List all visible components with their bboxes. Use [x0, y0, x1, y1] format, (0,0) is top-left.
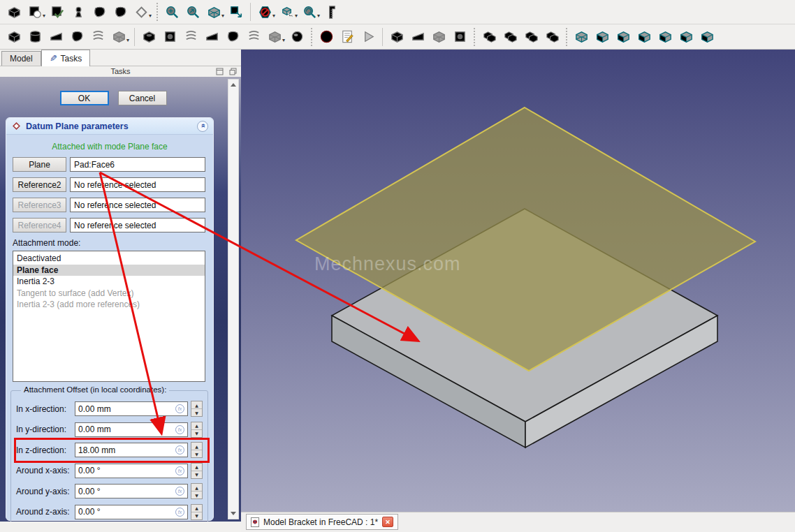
float-icon[interactable]: [229, 68, 237, 75]
chamfer-icon[interactable]: [407, 27, 428, 47]
macro-record-icon[interactable]: [316, 27, 337, 47]
spin-down-icon[interactable]: ▼: [191, 430, 202, 437]
measure-icon[interactable]: [321, 1, 342, 22]
reference4-field[interactable]: No reference selected: [70, 218, 205, 232]
reference2-field[interactable]: No reference selected: [70, 177, 205, 192]
offset-x-spinner[interactable]: ▲▼: [191, 401, 203, 417]
rotation-y-input[interactable]: 0.00 °fx: [75, 484, 188, 498]
isometric-view-icon-dropdown[interactable]: ▾: [221, 13, 224, 19]
offset-z-input[interactable]: 18.00 mmfx: [75, 443, 188, 457]
subtractive-helix-icon[interactable]: [243, 27, 264, 47]
spin-down-icon[interactable]: ▼: [191, 409, 202, 416]
shape-face-icon[interactable]: [89, 1, 110, 22]
plane-reference-button[interactable]: Plane: [13, 157, 66, 172]
spin-up-icon[interactable]: ▲: [191, 484, 202, 492]
boolean-union-icon[interactable]: [479, 27, 499, 47]
spin-up-icon[interactable]: ▲: [191, 443, 202, 450]
expression-icon[interactable]: fx: [175, 508, 184, 517]
validate-sketch-icon[interactable]: [47, 1, 68, 22]
groove-icon[interactable]: [180, 27, 201, 47]
spin-down-icon[interactable]: ▼: [191, 512, 202, 519]
additive-pipe-icon[interactable]: [66, 27, 87, 47]
pocket-icon[interactable]: [138, 27, 159, 47]
close-icon[interactable]: ✕: [382, 517, 393, 527]
front-view-icon[interactable]: [592, 27, 613, 47]
box-selection-icon[interactable]: [226, 1, 247, 22]
select-element-icon-dropdown[interactable]: ▾: [295, 13, 298, 19]
spin-down-icon[interactable]: ▼: [191, 450, 202, 457]
clipping-plane-icon-dropdown[interactable]: ▾: [272, 13, 275, 19]
primitive-sphere-icon[interactable]: [286, 27, 307, 47]
rotation-z-spinner[interactable]: ▲▼: [191, 504, 203, 520]
spin-down-icon[interactable]: ▼: [191, 471, 202, 478]
top-view-icon[interactable]: [613, 27, 634, 47]
reference2-button[interactable]: Reference2: [13, 177, 66, 192]
datum-point-icon[interactable]: [68, 1, 89, 22]
dock-icon[interactable]: [216, 68, 224, 75]
offset-y-input[interactable]: 0.00 mmfx: [75, 422, 188, 437]
offset-x-input[interactable]: 0.00 mmfx: [75, 401, 188, 416]
subtractive-pipe-icon[interactable]: [222, 27, 243, 47]
right-view-icon[interactable]: [634, 27, 655, 47]
boolean-common-icon[interactable]: [520, 27, 541, 47]
mode-item-plane-face[interactable]: Plane face: [13, 265, 205, 276]
additive-helix-icon[interactable]: [87, 27, 108, 47]
expression-icon[interactable]: fx: [175, 404, 184, 413]
ok-button[interactable]: OK: [60, 91, 109, 105]
reference3-field[interactable]: No reference selected: [70, 198, 205, 212]
mode-item-inertia-2-3[interactable]: Inertia 2-3: [13, 276, 205, 288]
fillet-icon[interactable]: [386, 27, 407, 47]
document-tab[interactable]: Model Bracket in FreeCAD : 1* ✕: [246, 514, 398, 530]
rear-view-icon[interactable]: [655, 27, 676, 47]
tab-model[interactable]: Model: [1, 51, 41, 66]
pad-icon[interactable]: [3, 27, 24, 47]
mode-item-deactivated[interactable]: Deactivated: [13, 253, 205, 265]
additive-primitive-icon-dropdown[interactable]: ▾: [126, 37, 129, 43]
boolean-compound-icon[interactable]: [541, 27, 562, 47]
part-solid-icon[interactable]: [3, 1, 24, 22]
boolean-cut-icon[interactable]: [499, 27, 520, 47]
panel-scrollbar[interactable]: [228, 79, 239, 519]
zoom-selection-icon[interactable]: [182, 1, 203, 22]
thickness-icon[interactable]: [449, 27, 470, 47]
expression-icon[interactable]: fx: [175, 466, 184, 475]
draft-icon[interactable]: [428, 27, 449, 47]
3d-viewport[interactable]: Mechnexus.com: [241, 50, 795, 512]
spin-up-icon[interactable]: ▲: [191, 401, 202, 409]
plane-reference-field[interactable]: Pad:Face6: [70, 157, 205, 172]
spin-up-icon[interactable]: ▲: [191, 422, 202, 430]
spin-up-icon[interactable]: ▲: [191, 505, 202, 512]
spin-up-icon[interactable]: ▲: [191, 464, 202, 471]
rotation-x-spinner[interactable]: ▲▼: [191, 463, 203, 479]
tab-tasks[interactable]: ✎ Tasks: [41, 50, 91, 66]
offset-y-spinner[interactable]: ▲▼: [191, 422, 203, 438]
datum-plane-icon-dropdown[interactable]: ▾: [149, 13, 152, 19]
scroll-up-button[interactable]: [228, 80, 238, 90]
left-view-icon[interactable]: [696, 27, 717, 47]
bottom-view-icon[interactable]: [676, 27, 696, 47]
subtractive-loft-icon[interactable]: [201, 27, 222, 47]
scroll-down-button[interactable]: [228, 508, 238, 519]
cancel-button[interactable]: Cancel: [118, 91, 167, 105]
additive-loft-icon[interactable]: [45, 27, 66, 47]
offset-z-spinner[interactable]: ▲▼: [191, 442, 203, 458]
axonometric-view-icon[interactable]: [571, 27, 592, 47]
expression-icon[interactable]: fx: [175, 445, 184, 455]
collapse-button[interactable]: »: [197, 121, 208, 132]
zoom-fit-all-icon[interactable]: [161, 1, 182, 22]
hole-icon[interactable]: [159, 27, 180, 47]
draw-style-icon-dropdown[interactable]: ▾: [317, 13, 320, 19]
create-sketch-icon-dropdown[interactable]: ▾: [43, 13, 45, 19]
revolution-icon[interactable]: [24, 27, 45, 47]
rotation-z-input[interactable]: 0.00 °fx: [75, 505, 188, 519]
expression-icon[interactable]: fx: [175, 425, 184, 434]
spin-down-icon[interactable]: ▼: [191, 492, 202, 498]
rotation-x-input[interactable]: 0.00 °fx: [75, 464, 188, 478]
subtractive-primitive-icon-dropdown[interactable]: ▾: [282, 37, 285, 43]
expression-icon[interactable]: fx: [175, 487, 184, 496]
macro-play-icon[interactable]: [358, 27, 379, 47]
attachment-mode-list[interactable]: DeactivatedPlane faceInertia 2-3Tangent …: [13, 251, 205, 382]
rotation-y-spinner[interactable]: ▲▼: [191, 483, 203, 499]
shape-binder-icon[interactable]: [110, 1, 131, 22]
macro-edit-icon[interactable]: [337, 27, 358, 47]
